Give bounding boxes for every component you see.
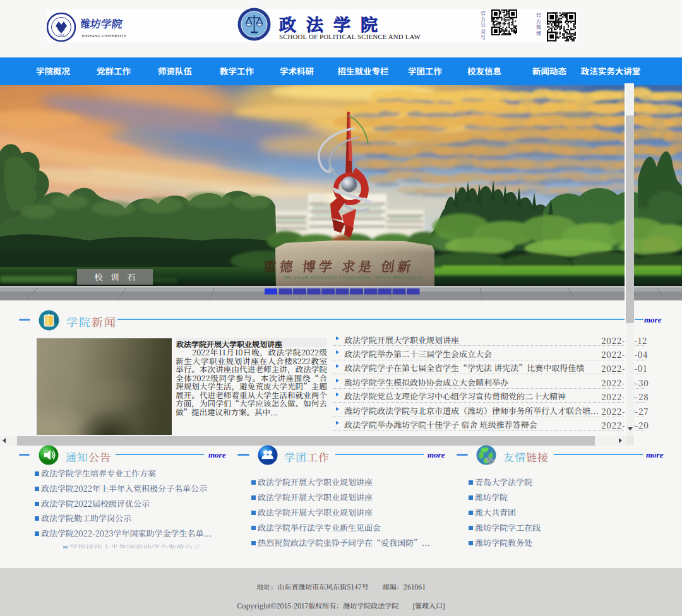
svg-text:潍坊学院: 潍坊学院 bbox=[81, 15, 124, 31]
svg-text:WE VALUE INTEGRITY KNOWLEDGE T: WE VALUE INTEGRITY KNOWLEDGE TRUTH ORIGI… bbox=[284, 275, 424, 280]
svg-text:1951: 1951 bbox=[59, 33, 65, 37]
svg-text:重德 博学 求是 创新: 重德 博学 求是 创新 bbox=[262, 256, 416, 275]
